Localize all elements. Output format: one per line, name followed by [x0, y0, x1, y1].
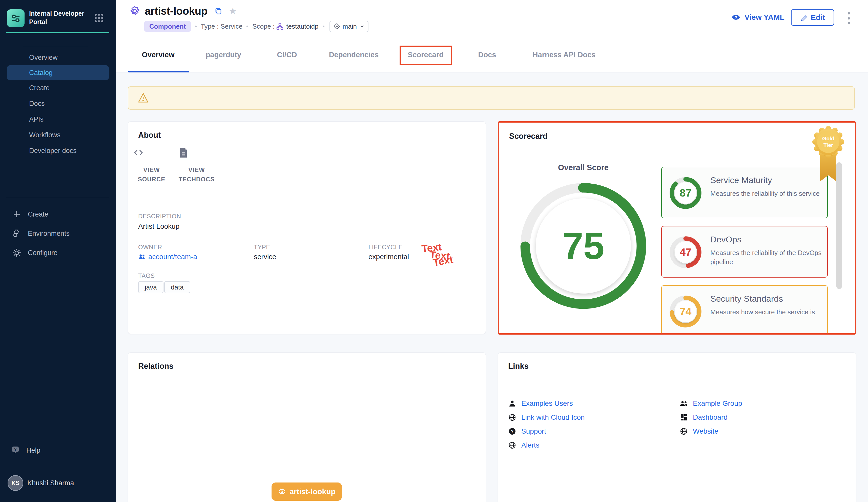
- tag-chip-data[interactable]: data: [164, 281, 190, 293]
- link-label: Website: [693, 427, 719, 435]
- link-label: Support: [521, 427, 546, 435]
- sidebar-secondary-nav: Create Environments: [0, 205, 116, 262]
- metric-gauge: 74: [669, 295, 702, 328]
- people-icon: [680, 399, 688, 408]
- user-name: Khushi Sharma: [27, 479, 74, 487]
- tags-label: TAGS: [138, 272, 155, 279]
- sidebar-item-create[interactable]: Create: [0, 80, 116, 96]
- page-title: artist-lookup: [145, 5, 207, 17]
- brand[interactable]: Internal Developer Portal: [7, 9, 92, 27]
- link-label: Examples Users: [521, 399, 573, 408]
- owner-link[interactable]: account/team-a: [138, 253, 197, 261]
- sidebar-item-environments[interactable]: Environments: [0, 224, 116, 243]
- link-example-group[interactable]: Example Group: [680, 399, 742, 408]
- dot-separator: [195, 26, 197, 27]
- active-tab-indicator: [128, 71, 189, 72]
- sidebar-item-overview[interactable]: Overview: [0, 50, 116, 66]
- scorecard-metric-security-standards[interactable]: 74 Security Standards Measures how secur…: [661, 285, 828, 334]
- about-card: About VIEW SOURCE VIEW TECHDOCS: [128, 121, 486, 334]
- view-techdocs-button[interactable]: VIEW TECHDOCS: [178, 147, 216, 184]
- sidebar-item-docs[interactable]: Docs: [0, 96, 116, 111]
- app-grid-icon[interactable]: [94, 13, 104, 23]
- entity-gear-icon: [128, 5, 141, 17]
- more-options-button[interactable]: [844, 11, 854, 25]
- tab-overview[interactable]: Overview: [142, 51, 175, 59]
- sidebar-item-create-new[interactable]: Create: [0, 205, 116, 224]
- sidebar-item-apis[interactable]: APIs: [0, 111, 116, 127]
- tag-chip-java[interactable]: java: [138, 281, 164, 293]
- sidebar-item-developer-docs[interactable]: Developer docs: [0, 143, 116, 159]
- sidebar-accent-divider: [6, 32, 109, 33]
- view-source-button[interactable]: VIEW SOURCE: [133, 147, 170, 184]
- sidebar-item-label: Configure: [28, 249, 58, 257]
- view-yaml-button[interactable]: View YAML: [731, 12, 785, 22]
- scorecard-card: Scorecard Overall Score 75: [498, 121, 856, 334]
- code-icon: [133, 147, 170, 159]
- lifecycle-label: LIFECYCLE: [369, 244, 403, 251]
- warning-banner: [128, 87, 855, 110]
- metric-gauge: 47: [669, 235, 702, 269]
- entity-meta: Component Type : Service Scope : testaut…: [144, 21, 369, 32]
- type-value: service: [254, 253, 276, 261]
- tab-cicd[interactable]: CI/CD: [277, 51, 297, 59]
- sidebar: Internal Developer Portal Overview Catal…: [0, 0, 116, 502]
- scorecard-metric-service-maturity[interactable]: 87 Service Maturity Measures the reliabi…: [661, 167, 828, 218]
- relations-title: Relations: [138, 362, 174, 371]
- gear-icon: [12, 248, 21, 257]
- link-with-cloud-icon[interactable]: Link with Cloud Icon: [508, 413, 585, 421]
- metric-gauge: 87: [669, 176, 702, 210]
- dot-separator: [323, 26, 324, 27]
- kind-chip: Component: [144, 21, 191, 32]
- link-dashboard[interactable]: Dashboard: [680, 413, 727, 421]
- scorecard-metric-devops[interactable]: 47 DevOps Measures the reliability of th…: [661, 226, 828, 278]
- description-label: DESCRIPTION: [138, 213, 181, 220]
- relations-node-label: artist-lookup: [289, 487, 335, 496]
- relations-card: Relations artist-lookup: [128, 352, 486, 502]
- dot-separator: [247, 26, 248, 27]
- scope-value: testautoidp: [286, 22, 318, 30]
- tab-harness-api-docs[interactable]: Harness API Docs: [533, 51, 596, 59]
- link-website[interactable]: Website: [680, 427, 719, 435]
- sidebar-item-workflows[interactable]: Workflows: [0, 127, 116, 143]
- view-yaml-label: View YAML: [744, 13, 785, 21]
- link-alerts[interactable]: Alerts: [508, 441, 539, 449]
- star-icon[interactable]: ★: [229, 7, 237, 16]
- edit-button[interactable]: Edit: [791, 9, 834, 26]
- gold-tier-badge: Gold Tier: [807, 126, 850, 188]
- chip-icon: [278, 488, 286, 496]
- about-title: About: [138, 131, 161, 140]
- user-menu[interactable]: KS Khushi Sharma: [0, 474, 116, 492]
- metric-description: Measures the reliability of this service: [710, 189, 822, 198]
- type-label: TYPE: [254, 244, 270, 251]
- overall-score-label: Overall Score: [531, 163, 635, 172]
- link-support[interactable]: ? Support: [508, 427, 546, 435]
- edit-label: Edit: [811, 13, 825, 22]
- relations-node-artist-lookup[interactable]: artist-lookup: [271, 482, 342, 501]
- copy-icon[interactable]: [215, 7, 222, 15]
- harness-logo-icon: [7, 9, 24, 27]
- sidebar-item-configure[interactable]: Configure: [0, 243, 116, 262]
- avatar: KS: [8, 475, 23, 491]
- links-card: Links Examples Users Link with Cloud Ico…: [498, 352, 856, 502]
- branch-icon: [333, 23, 340, 30]
- globe-icon: [680, 427, 688, 435]
- branch-selector[interactable]: main: [330, 21, 369, 32]
- branch-value: main: [343, 22, 357, 30]
- tab-dependencies[interactable]: Dependencies: [329, 51, 379, 59]
- link-examples-users[interactable]: Examples Users: [508, 399, 573, 408]
- app-root: Internal Developer Portal Overview Catal…: [0, 0, 868, 502]
- tab-pagerduty[interactable]: pagerduty: [206, 51, 241, 59]
- tab-docs[interactable]: Docs: [478, 51, 496, 59]
- links-title: Links: [508, 362, 529, 371]
- plus-icon: [12, 210, 21, 219]
- environments-icon: [12, 229, 21, 238]
- question-icon: ?: [508, 427, 516, 435]
- metric-score: 74: [669, 295, 702, 328]
- metric-description: Measures the reliability of the DevOps p…: [710, 248, 822, 267]
- warning-triangle-icon: [137, 92, 149, 104]
- view-techdocs-label: VIEW TECHDOCS: [178, 165, 216, 184]
- metric-description: Measures how secure the service is: [710, 308, 822, 317]
- sidebar-item-catalog[interactable]: Catalog: [7, 66, 109, 80]
- help-button[interactable]: ? Help: [0, 443, 116, 458]
- metric-name: Security Standards: [710, 294, 783, 304]
